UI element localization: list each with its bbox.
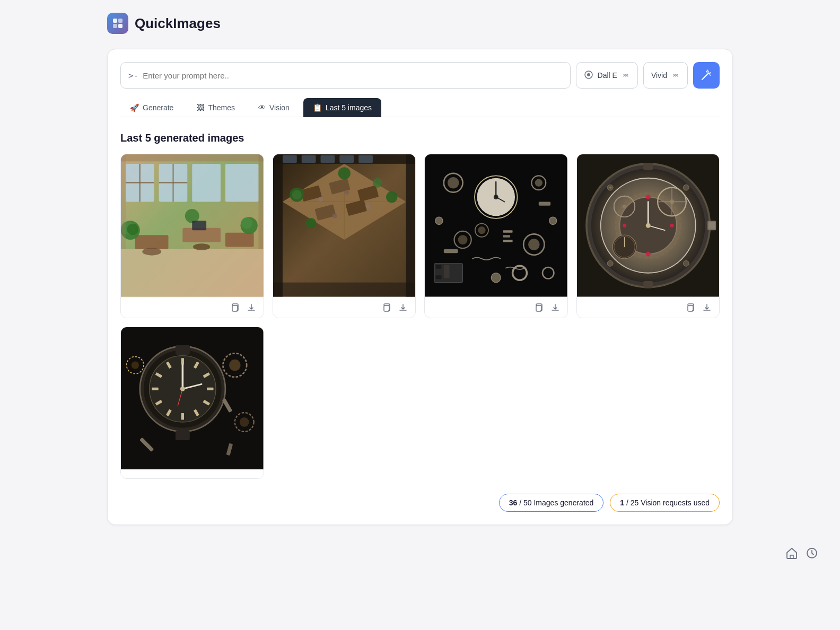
tab-vision-label: Vision bbox=[269, 103, 290, 112]
image-3-download-btn[interactable] bbox=[549, 302, 561, 313]
svg-point-49 bbox=[318, 197, 323, 202]
svg-point-48 bbox=[305, 218, 316, 229]
image-1-download-btn[interactable] bbox=[246, 302, 257, 313]
svg-point-123 bbox=[683, 185, 689, 190]
image-card-3 bbox=[424, 154, 568, 318]
tab-generate[interactable]: 🚀 Generate bbox=[120, 98, 183, 117]
image-card-2 bbox=[273, 154, 416, 318]
svg-rect-1 bbox=[118, 19, 122, 23]
copy-icon-3 bbox=[533, 303, 543, 312]
model-icon bbox=[584, 70, 593, 81]
style-chevron-icon bbox=[671, 71, 680, 80]
app-logo bbox=[107, 13, 128, 34]
vision-label: Vision requests used bbox=[641, 498, 710, 507]
model-label: Dall E bbox=[598, 71, 617, 80]
images-grid-row2 bbox=[120, 327, 720, 479]
themes-icon: 🖼 bbox=[197, 103, 204, 112]
svg-rect-100 bbox=[708, 222, 715, 229]
svg-point-6 bbox=[707, 72, 710, 74]
svg-rect-29 bbox=[121, 154, 264, 161]
tab-vision[interactable]: 👁 Vision bbox=[249, 98, 299, 117]
svg-point-116 bbox=[622, 224, 626, 228]
svg-point-44 bbox=[292, 190, 301, 199]
image-1-copy-btn[interactable] bbox=[229, 302, 240, 313]
main-card: >- Dall E Vivid bbox=[107, 49, 733, 525]
images-grid-row1 bbox=[120, 154, 720, 318]
download-icon-3 bbox=[550, 303, 560, 312]
svg-point-125 bbox=[683, 260, 689, 266]
image-3-actions bbox=[425, 297, 567, 318]
image-3-placeholder bbox=[425, 154, 567, 297]
tab-last5[interactable]: 📋 Last 5 images bbox=[303, 98, 381, 117]
svg-point-77 bbox=[435, 217, 443, 224]
image-1-placeholder bbox=[121, 154, 264, 297]
tabs-row: 🚀 Generate 🖼 Themes 👁 Vision 📋 Last 5 im… bbox=[120, 98, 720, 117]
svg-point-89 bbox=[478, 226, 485, 234]
vision-icon: 👁 bbox=[258, 103, 266, 112]
svg-rect-0 bbox=[113, 19, 117, 23]
magic-button[interactable] bbox=[693, 62, 720, 89]
svg-point-76 bbox=[528, 239, 539, 250]
svg-rect-136 bbox=[207, 387, 214, 390]
image-5-placeholder bbox=[121, 327, 264, 470]
image-5-actions bbox=[121, 469, 264, 478]
copy-icon-2 bbox=[381, 303, 391, 312]
images-used: 36 bbox=[509, 498, 518, 507]
generate-icon: 🚀 bbox=[130, 103, 139, 112]
svg-rect-92 bbox=[503, 240, 513, 242]
magic-wand-icon bbox=[701, 69, 712, 81]
svg-rect-11 bbox=[192, 164, 221, 202]
image-3-copy-btn[interactable] bbox=[532, 302, 544, 313]
svg-rect-59 bbox=[320, 155, 335, 163]
svg-rect-142 bbox=[152, 387, 159, 390]
svg-rect-2 bbox=[113, 24, 117, 28]
download-icon-2 bbox=[398, 303, 408, 312]
svg-point-113 bbox=[645, 195, 650, 199]
svg-point-51 bbox=[365, 204, 370, 209]
svg-rect-159 bbox=[176, 431, 190, 440]
tab-last5-label: Last 5 images bbox=[326, 103, 372, 112]
footer-stats: 36 / 50 Images generated 1 / 25 Vision r… bbox=[120, 494, 720, 512]
style-dropdown[interactable]: Vivid bbox=[643, 62, 688, 89]
prompt-input[interactable] bbox=[143, 71, 562, 80]
svg-rect-30 bbox=[121, 154, 126, 249]
tab-generate-label: Generate bbox=[143, 103, 173, 112]
svg-point-47 bbox=[372, 178, 382, 188]
svg-point-114 bbox=[670, 224, 673, 228]
svg-point-52 bbox=[332, 214, 337, 218]
image-4-placeholder bbox=[577, 154, 720, 297]
svg-point-72 bbox=[535, 179, 542, 187]
svg-point-50 bbox=[344, 190, 349, 195]
tab-themes[interactable]: 🖼 Themes bbox=[187, 98, 244, 117]
svg-rect-160 bbox=[176, 345, 190, 355]
image-4-copy-btn[interactable] bbox=[684, 302, 696, 313]
svg-rect-58 bbox=[301, 155, 316, 163]
model-dropdown[interactable]: Dall E bbox=[576, 62, 638, 89]
svg-point-158 bbox=[132, 361, 139, 369]
images-sep: / bbox=[519, 498, 521, 507]
vision-sep: / bbox=[626, 498, 628, 507]
svg-rect-121 bbox=[643, 281, 653, 288]
prompt-prefix: >- bbox=[128, 71, 138, 81]
svg-point-152 bbox=[240, 417, 249, 427]
svg-point-115 bbox=[645, 251, 650, 256]
home-nav-btn[interactable] bbox=[785, 546, 799, 563]
download-icon bbox=[247, 303, 256, 312]
svg-rect-85 bbox=[444, 265, 450, 278]
vision-used: 1 bbox=[620, 498, 624, 507]
image-2-copy-btn[interactable] bbox=[380, 302, 392, 313]
image-card-4 bbox=[576, 154, 720, 318]
svg-rect-161 bbox=[790, 555, 793, 558]
history-icon bbox=[805, 546, 819, 560]
history-nav-btn[interactable] bbox=[805, 546, 819, 563]
images-stat-badge: 36 / 50 Images generated bbox=[499, 494, 604, 512]
image-2-download-btn[interactable] bbox=[397, 302, 409, 313]
svg-point-46 bbox=[338, 167, 350, 179]
svg-point-70 bbox=[448, 177, 459, 188]
app-header: QuickImages bbox=[107, 13, 733, 34]
image-4-download-btn[interactable] bbox=[701, 302, 713, 313]
svg-point-148 bbox=[180, 386, 185, 391]
svg-point-22 bbox=[127, 224, 138, 235]
svg-point-5 bbox=[587, 73, 590, 76]
svg-rect-81 bbox=[539, 202, 550, 206]
